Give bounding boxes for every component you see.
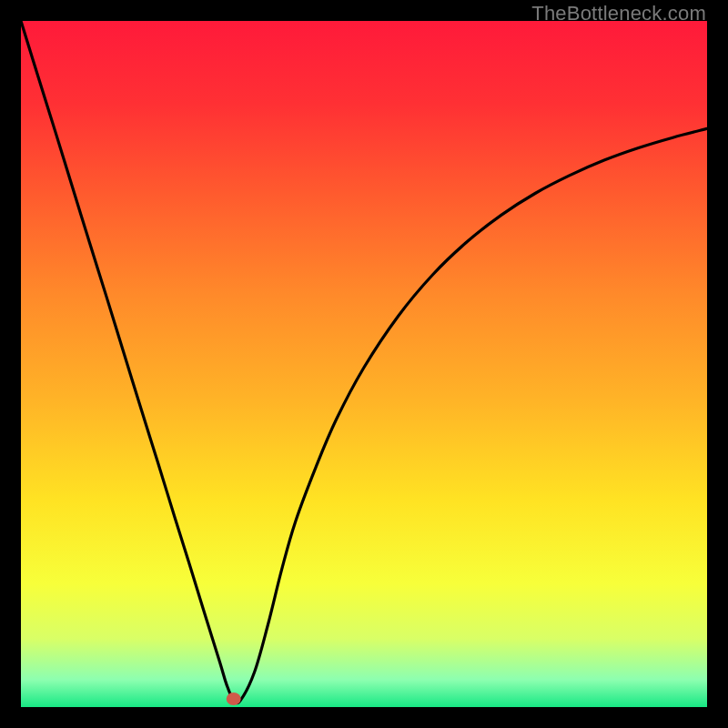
chart-plot-area — [21, 21, 707, 707]
watermark-text: TheBottleneck.com — [531, 2, 706, 25]
gradient-background — [21, 21, 707, 707]
optimal-point-marker — [227, 693, 241, 705]
chart-svg — [21, 21, 707, 707]
chart-frame: TheBottleneck.com — [0, 0, 728, 728]
